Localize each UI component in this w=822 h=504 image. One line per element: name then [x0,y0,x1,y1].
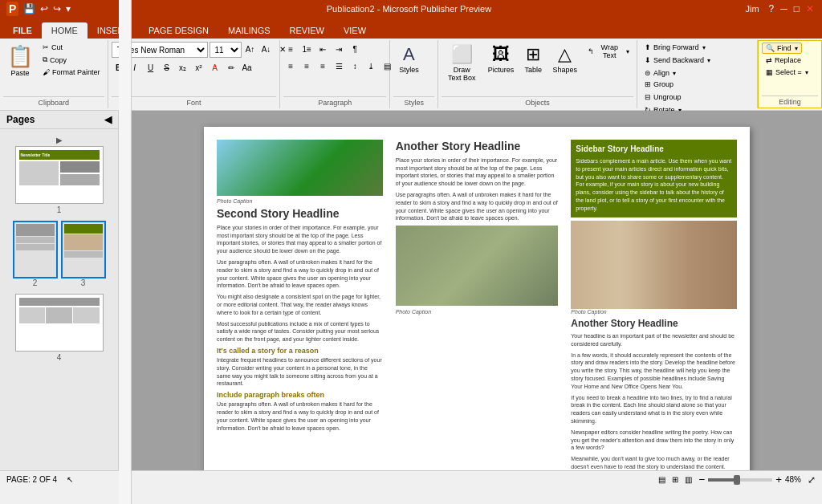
paragraph-label: Paragraph [283,96,386,107]
tab-view[interactable]: VIEW [334,22,376,39]
tab-mailings[interactable]: MAILINGS [218,22,280,39]
font-color-button[interactable]: A [208,60,222,75]
undo-button[interactable]: ↩ [39,2,50,15]
editing-label: Editing [762,96,818,106]
fit-page-button[interactable]: ⤢ [808,474,816,486]
bring-forward-button[interactable]: ⬆ Bring Forward ▾ [641,42,754,53]
zoom-level: 48% [785,475,801,484]
highlight-button[interactable]: ✏ [224,60,238,75]
styles-group: A Styles Styles [390,40,438,108]
find-button[interactable]: 🔍 Find ▾ [762,43,802,54]
clipboard-group: 📋 Paste ✂ Cut ⧉ Copy 🖌 Format Painter Cl… [0,40,108,108]
underline-button[interactable]: U [144,60,158,75]
view-normal-icon[interactable]: ▤ [658,475,665,484]
shapes-label: Shapes [553,67,578,75]
superscript-button[interactable]: x² [192,60,206,75]
shapes-button[interactable]: △ Shapes [548,42,582,77]
zoom-in-button[interactable]: + [775,474,782,486]
objects-group: ⬜ Draw Text Box 🖼 Pictures ⊞ Table △ Sha… [438,40,637,108]
tab-review[interactable]: REVIEW [280,22,334,39]
pictures-icon: 🖼 [492,44,510,65]
styles-label-group: Styles [393,96,434,107]
replace-button[interactable]: ⇄ Replace [762,55,805,66]
justify-button[interactable]: ☰ [332,59,346,73]
numbering-button[interactable]: 1≡ [299,42,314,56]
col2-headline: Another Story Headline [396,140,559,153]
tab-file[interactable]: FILE [3,22,42,39]
tab-home[interactable]: HOME [42,22,87,39]
close-button[interactable]: ✕ [804,2,816,15]
align-right-button[interactable]: ≡ [315,59,330,73]
cut-button[interactable]: ✂ Cut [39,42,104,53]
pages-collapse-icon[interactable]: ◀ [104,114,112,125]
paste-label: Paste [10,69,29,77]
col3-headline: Another Story Headline [571,318,737,329]
font-size-select[interactable]: 11 [210,42,242,58]
align-button[interactable]: ⊜ Align ▾ [641,67,754,79]
copy-icon: ⧉ [43,55,47,64]
table-button[interactable]: ⊞ Table [520,42,547,77]
bullets-button[interactable]: ≡ [283,42,298,56]
page-info: PAGE: 2 OF 4 [6,475,57,484]
para-spacing-button[interactable]: ⤓ [364,59,378,73]
ungroup-button[interactable]: ⊟ Ungroup [641,91,754,103]
col1-photo-caption-1: Photo Caption [217,198,383,204]
draw-text-box-icon: ⬜ [451,44,473,65]
redo-button[interactable]: ↪ [51,2,63,15]
shapes-icon: △ [558,44,572,65]
minimize-button[interactable]: ─ [779,2,789,15]
canvas[interactable]: Photo Caption Second Story Headline Plac… [119,111,822,470]
change-case-button[interactable]: Aa [240,60,254,75]
decrease-indent-button[interactable]: ⇤ [315,42,330,56]
align-left-button[interactable]: ≡ [283,59,298,73]
increase-font-button[interactable]: A↑ [243,42,258,56]
strikethrough-button[interactable]: S [160,60,174,75]
styles-button[interactable]: A Styles [393,42,425,77]
zoom-bar: − + 48% [698,474,801,486]
paste-icon: 📋 [7,44,33,69]
align-center-button[interactable]: ≡ [299,59,314,73]
select-button[interactable]: ▦ Select = ▾ [762,67,812,78]
bring-forward-icon: ⬆ [645,43,651,51]
decrease-font-button[interactable]: A↓ [259,42,274,56]
pages-header: Pages ◀ [0,111,118,129]
pictures-label: Pictures [488,67,515,75]
app-icon-area: P 💾 ↩ ↪ ▾ [6,2,72,16]
zoom-slider[interactable] [708,478,772,482]
copy-button[interactable]: ⧉ Copy [39,54,104,66]
user-name: Jim [745,4,759,14]
paste-button[interactable]: 📋 Paste [3,42,37,79]
page-thumb-3[interactable] [61,221,106,278]
send-backward-button[interactable]: ⬇ Send Backward ▾ [641,55,754,66]
maximize-button[interactable]: □ [792,2,801,15]
save-button[interactable]: 💾 [22,2,37,15]
page-thumb-1[interactable]: Newsletter Title [15,146,104,204]
publisher-icon: P [6,2,18,16]
page-thumb-2[interactable] [13,221,58,278]
format-painter-button[interactable]: 🖌 Format Painter [39,67,104,78]
sidebar-box: Sidebar Story Headline Sidebars compleme… [571,140,737,217]
zoom-out-button[interactable]: − [698,474,705,486]
page-4-label: 4 [57,353,62,362]
styles-icon: A [403,44,415,65]
page-1-container: ▶ Newsletter Title 1 [0,129,118,216]
pictures-button[interactable]: 🖼 Pictures [483,42,518,77]
col2-content: Another Story Headline Place your storie… [393,140,562,470]
line-spacing-button[interactable]: ↕ [348,59,362,73]
draw-text-box-button[interactable]: ⬜ Draw Text Box [442,42,482,85]
view-master-icon[interactable]: ⊞ [672,475,678,484]
editing-group: 🔍 Find ▾ ⇄ Replace ▦ Select = ▾ Editing [758,40,822,108]
wrap-text-button[interactable]: ↰ Wrap Text ▾ [584,42,633,61]
col2-body-1: Place your stories in order of their imp… [396,156,559,188]
show-hide-button[interactable]: ¶ [348,42,362,56]
help-button[interactable]: ? [767,2,776,15]
arrange-group: ⬆ Bring Forward ▾ ⬇ Send Backward ▾ ⊜ Al… [637,40,758,108]
increase-indent-button[interactable]: ⇥ [332,42,346,56]
subscript-button[interactable]: x₂ [176,60,190,75]
customize-qa[interactable]: ▾ [64,2,72,15]
view-two-page-icon[interactable]: ▥ [685,475,692,484]
group-button[interactable]: ⊞ Group [641,79,754,90]
cursor-icon: ↖ [67,475,73,484]
page-thumb-4[interactable] [15,294,104,352]
tab-page-design[interactable]: PAGE DESIGN [139,22,218,39]
